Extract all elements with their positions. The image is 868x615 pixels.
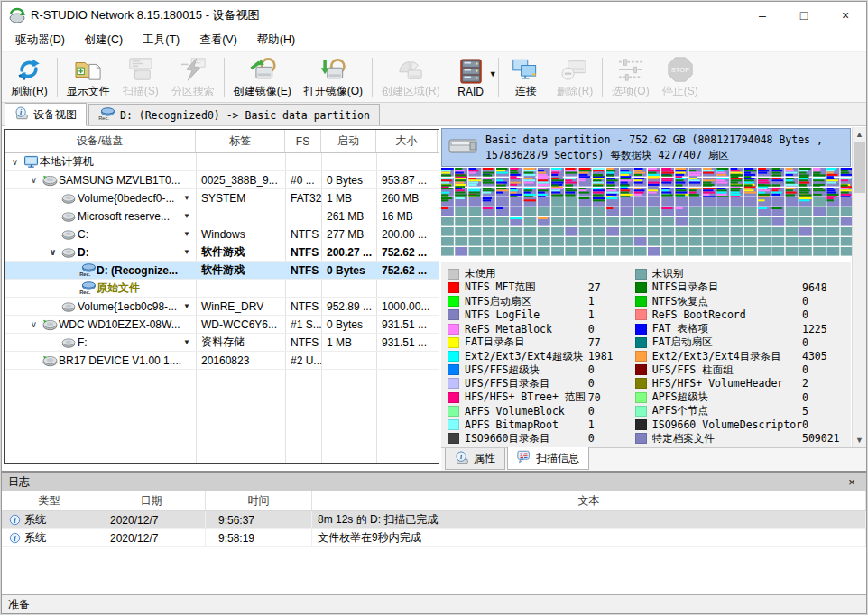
legend-label: APFS BitmapRoot (465, 418, 588, 431)
row-dropdown-icon[interactable]: ▼ (183, 212, 190, 220)
tree-col-header-4[interactable]: 大小 (376, 130, 438, 152)
toolbar-scan-button[interactable]: 扫描(S) (116, 53, 165, 101)
row-dropdown-icon[interactable]: ▼ (183, 338, 190, 346)
legend-label: 未识别 (652, 267, 802, 280)
device-row[interactable]: Rec.D: (Recognize...软件游戏NTFS0 Bytes752.6… (5, 262, 439, 280)
menu-item-view[interactable]: 查看(V) (189, 29, 247, 51)
scan-scrollbar[interactable]: ▲ ▼ (852, 127, 866, 447)
device-row[interactable]: ∨D:▼软件游戏NTFS200.27 ...752.62 ... (5, 243, 439, 262)
toolbar-options-button[interactable]: 选项(O) (605, 53, 655, 101)
legend-count: 509021 (802, 432, 849, 445)
size-cell: 752.62 ... (376, 243, 438, 261)
cell-value: #0 ... (291, 174, 315, 187)
log-time-value: 9:58:19 (218, 532, 254, 545)
scroll-up-icon[interactable]: ▲ (853, 127, 866, 142)
chevron-down-icon[interactable]: ∨ (27, 175, 41, 185)
log-close-icon[interactable]: × (844, 475, 860, 489)
device-row[interactable]: ∨SAMSUNG MZVLB1T0...0025_388B_9...#0 ...… (5, 171, 439, 189)
menu-item-help[interactable]: 帮助(H) (247, 29, 305, 51)
toolbar-delete-button[interactable]: 删除(R) (550, 53, 600, 101)
chevron-down-icon[interactable]: ∨ (8, 157, 22, 167)
raid-dropdown-icon[interactable]: ▼ (489, 69, 497, 78)
log-col-header-1[interactable]: 日期 (97, 491, 206, 510)
device-row[interactable]: ∨本地计算机 (5, 153, 439, 171)
label-cell (196, 207, 285, 225)
tree-col-header-1[interactable]: 标签 (196, 130, 285, 152)
cell-value: NTFS (291, 264, 319, 277)
scan-tab-scan-info[interactable]: 扫描信息 (507, 447, 589, 470)
log-date-value: 2020/12/7 (110, 532, 158, 545)
minimize-button[interactable]: – (742, 2, 783, 29)
legend-item: FAT启动扇区0 (635, 335, 849, 349)
device-row[interactable]: Rec.原始文件 (5, 280, 439, 298)
cell-value: SYSTEM (201, 192, 245, 205)
legend-item: Ext2/Ext3/Ext4超级块1981 (448, 349, 635, 363)
toolbar-open-image-button[interactable]: 打开镜像(O) (298, 53, 369, 101)
row-dropdown-icon[interactable]: ▼ (183, 230, 190, 238)
log-col-header-3[interactable]: 文本 (312, 491, 866, 510)
cell-value: 0025_388B_9... (201, 174, 278, 187)
legend-swatch (448, 392, 459, 403)
log-row[interactable]: i系统2020/12/79:58:19文件枚举在9秒内完成 (2, 529, 866, 547)
scan-tab-properties-label: 属性 (474, 451, 495, 466)
toolbar-raid-button[interactable]: RAID▼ (447, 55, 495, 100)
toolbar-refresh-label: 刷新(R) (11, 84, 48, 99)
legend-label: ReFS BootRecord (652, 308, 802, 321)
row-dropdown-icon[interactable]: ▼ (183, 194, 190, 202)
log-type-label: 系统 (24, 530, 46, 546)
toolbar-create-region-button[interactable]: 创建区域(R) (375, 53, 447, 101)
tree-col-header-2[interactable]: FS (285, 130, 321, 152)
chevron-down-icon[interactable]: ∨ (27, 319, 41, 329)
close-button[interactable]: × (825, 2, 866, 29)
menu-item-drive[interactable]: 驱动器(D) (5, 29, 75, 51)
tree-col-header-3[interactable]: 启动 (321, 130, 376, 152)
maximize-button[interactable]: □ (783, 2, 825, 29)
menu-item-tools[interactable]: 工具(T) (133, 29, 189, 51)
device-row[interactable]: ∨WDC WD10EZEX-08W...WD-WCC6Y6...#1 S...0… (5, 316, 439, 334)
scan-tab-properties[interactable]: i属性 (445, 448, 505, 470)
log-col-header-0[interactable]: 类型 (2, 491, 97, 510)
log-col-header-2[interactable]: 时间 (206, 491, 312, 510)
boot-cell (321, 352, 376, 369)
scroll-thumb[interactable] (854, 142, 865, 193)
device-row[interactable]: C:▼WindowsNTFS277 MB200.00 ... (5, 225, 439, 243)
tab-device-view[interactable]: i设备视图 (5, 103, 87, 126)
device-row[interactable]: Volume{0bedecf0-...▼SYSTEMFAT321 MB260 M… (5, 189, 439, 207)
log-col-header-label: 日期 (141, 493, 162, 509)
cell-value: 资料存储 (201, 335, 245, 350)
toolbar-open-image-label: 打开镜像(O) (304, 84, 363, 99)
device-row[interactable]: Microsoft reserve...▼261 MB16 MB (5, 207, 439, 225)
row-dropdown-icon[interactable]: ▼ (183, 302, 190, 310)
scroll-down-icon[interactable]: ▼ (853, 433, 866, 447)
label-cell: 20160823 (196, 352, 285, 369)
fs-cell: #2 U... (285, 352, 321, 369)
legend-label: APFS个节点 (652, 404, 802, 418)
legend-swatch (448, 419, 459, 430)
row-dropdown-icon[interactable]: ▼ (183, 248, 190, 256)
volume-icon (60, 193, 78, 204)
toolbar-separator (602, 58, 603, 97)
log-header: 类型日期时间文本 (2, 491, 866, 511)
chevron-down-icon[interactable]: ∨ (46, 247, 60, 257)
boot-cell: 952.89 ... (321, 298, 376, 315)
toolbar-create-region-label: 创建区域(R) (382, 84, 440, 99)
volume-icon (60, 301, 78, 312)
device-row[interactable]: F:▼资料存储NTFS1 MB931.51 ... (5, 334, 439, 352)
device-row[interactable]: Volume{1ecb0c98-...▼WinRE_DRVNTFS952.89 … (5, 298, 439, 316)
toolbar-stop-button[interactable]: STOP停止(S) (656, 53, 705, 101)
toolbar-partition-search-button[interactable]: 分区搜索 (165, 53, 221, 101)
legend-count: 1 (588, 418, 635, 431)
log-row[interactable]: i系统2020/12/79:56:378m 12s 的 D: 扫描已完成 (2, 511, 866, 529)
tree-col-header-0[interactable]: 设备/磁盘ˆ (5, 130, 196, 152)
toolbar-show-files-button[interactable]: 显示文件 (60, 53, 116, 101)
menu-item-create[interactable]: 创建(C) (75, 29, 133, 51)
tab-recognized-partition[interactable]: Rec.D: (Recognized0) -> Basic data parti… (88, 104, 380, 125)
legend-item: ISO9660目录条目0 (448, 432, 635, 445)
toolbar-refresh-button[interactable]: 刷新(R) (5, 53, 54, 101)
create-region-icon (396, 56, 425, 83)
scan-block-map[interactable] (441, 168, 851, 259)
toolbar-create-image-button[interactable]: 创建镜像(E) (227, 53, 298, 101)
tree-col-header-label: FS (296, 135, 309, 148)
device-row[interactable]: BR17 DEVICE V1.00 1....20160823#2 U... (5, 352, 439, 370)
toolbar-connect-button[interactable]: 连接 (502, 53, 550, 101)
